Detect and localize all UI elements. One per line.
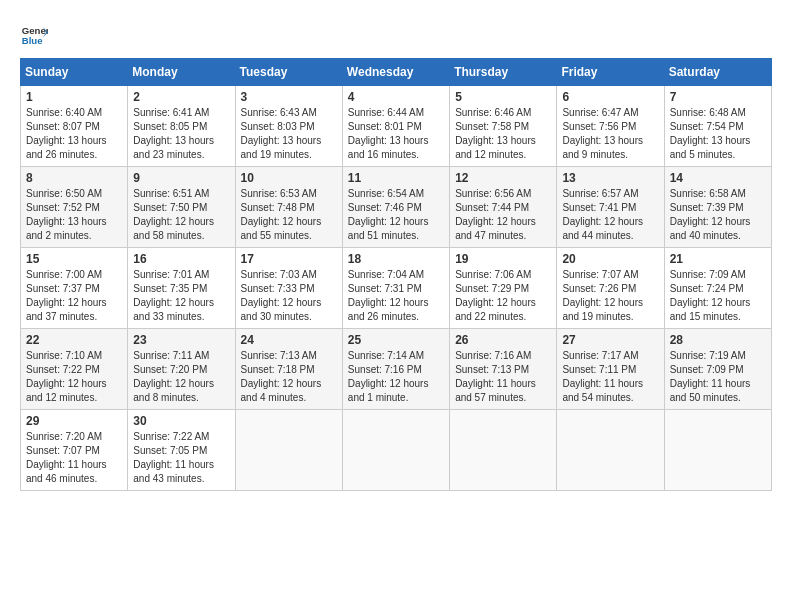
day-info: Sunrise: 6:41 AMSunset: 8:05 PMDaylight:… — [133, 106, 229, 162]
day-info: Sunrise: 7:16 AMSunset: 7:13 PMDaylight:… — [455, 349, 551, 405]
calendar-week-row: 22Sunrise: 7:10 AMSunset: 7:22 PMDayligh… — [21, 329, 772, 410]
logo: General Blue — [20, 20, 48, 48]
calendar-cell: 22Sunrise: 7:10 AMSunset: 7:22 PMDayligh… — [21, 329, 128, 410]
day-number: 24 — [241, 333, 337, 347]
calendar-cell: 9Sunrise: 6:51 AMSunset: 7:50 PMDaylight… — [128, 167, 235, 248]
day-number: 10 — [241, 171, 337, 185]
day-number: 28 — [670, 333, 766, 347]
day-number: 22 — [26, 333, 122, 347]
day-info: Sunrise: 7:14 AMSunset: 7:16 PMDaylight:… — [348, 349, 444, 405]
calendar-cell: 27Sunrise: 7:17 AMSunset: 7:11 PMDayligh… — [557, 329, 664, 410]
day-info: Sunrise: 6:57 AMSunset: 7:41 PMDaylight:… — [562, 187, 658, 243]
day-info: Sunrise: 6:43 AMSunset: 8:03 PMDaylight:… — [241, 106, 337, 162]
calendar-cell: 5Sunrise: 6:46 AMSunset: 7:58 PMDaylight… — [450, 86, 557, 167]
calendar-cell: 1Sunrise: 6:40 AMSunset: 8:07 PMDaylight… — [21, 86, 128, 167]
weekday-header: Thursday — [450, 59, 557, 86]
day-number: 27 — [562, 333, 658, 347]
calendar-cell: 2Sunrise: 6:41 AMSunset: 8:05 PMDaylight… — [128, 86, 235, 167]
calendar-cell: 13Sunrise: 6:57 AMSunset: 7:41 PMDayligh… — [557, 167, 664, 248]
weekday-header: Sunday — [21, 59, 128, 86]
weekday-header: Monday — [128, 59, 235, 86]
day-number: 17 — [241, 252, 337, 266]
day-info: Sunrise: 7:11 AMSunset: 7:20 PMDaylight:… — [133, 349, 229, 405]
calendar-cell: 30Sunrise: 7:22 AMSunset: 7:05 PMDayligh… — [128, 410, 235, 491]
calendar-cell: 3Sunrise: 6:43 AMSunset: 8:03 PMDaylight… — [235, 86, 342, 167]
day-info: Sunrise: 7:04 AMSunset: 7:31 PMDaylight:… — [348, 268, 444, 324]
calendar-cell: 14Sunrise: 6:58 AMSunset: 7:39 PMDayligh… — [664, 167, 771, 248]
day-info: Sunrise: 6:48 AMSunset: 7:54 PMDaylight:… — [670, 106, 766, 162]
day-info: Sunrise: 7:13 AMSunset: 7:18 PMDaylight:… — [241, 349, 337, 405]
day-number: 18 — [348, 252, 444, 266]
calendar-week-row: 15Sunrise: 7:00 AMSunset: 7:37 PMDayligh… — [21, 248, 772, 329]
day-number: 9 — [133, 171, 229, 185]
day-info: Sunrise: 6:53 AMSunset: 7:48 PMDaylight:… — [241, 187, 337, 243]
calendar-cell — [450, 410, 557, 491]
day-info: Sunrise: 6:56 AMSunset: 7:44 PMDaylight:… — [455, 187, 551, 243]
day-number: 19 — [455, 252, 551, 266]
calendar-cell: 8Sunrise: 6:50 AMSunset: 7:52 PMDaylight… — [21, 167, 128, 248]
day-number: 26 — [455, 333, 551, 347]
day-info: Sunrise: 7:20 AMSunset: 7:07 PMDaylight:… — [26, 430, 122, 486]
day-info: Sunrise: 7:07 AMSunset: 7:26 PMDaylight:… — [562, 268, 658, 324]
calendar-cell: 25Sunrise: 7:14 AMSunset: 7:16 PMDayligh… — [342, 329, 449, 410]
general-blue-logo-icon: General Blue — [20, 20, 48, 48]
day-info: Sunrise: 7:01 AMSunset: 7:35 PMDaylight:… — [133, 268, 229, 324]
calendar-week-row: 1Sunrise: 6:40 AMSunset: 8:07 PMDaylight… — [21, 86, 772, 167]
day-number: 21 — [670, 252, 766, 266]
calendar-cell — [235, 410, 342, 491]
day-info: Sunrise: 6:44 AMSunset: 8:01 PMDaylight:… — [348, 106, 444, 162]
day-number: 4 — [348, 90, 444, 104]
calendar-cell: 23Sunrise: 7:11 AMSunset: 7:20 PMDayligh… — [128, 329, 235, 410]
page-header: General Blue — [20, 20, 772, 48]
day-number: 11 — [348, 171, 444, 185]
weekday-header: Wednesday — [342, 59, 449, 86]
calendar-table: SundayMondayTuesdayWednesdayThursdayFrid… — [20, 58, 772, 491]
day-info: Sunrise: 7:00 AMSunset: 7:37 PMDaylight:… — [26, 268, 122, 324]
calendar-cell: 24Sunrise: 7:13 AMSunset: 7:18 PMDayligh… — [235, 329, 342, 410]
day-info: Sunrise: 6:50 AMSunset: 7:52 PMDaylight:… — [26, 187, 122, 243]
weekday-header: Friday — [557, 59, 664, 86]
day-info: Sunrise: 6:40 AMSunset: 8:07 PMDaylight:… — [26, 106, 122, 162]
day-info: Sunrise: 7:09 AMSunset: 7:24 PMDaylight:… — [670, 268, 766, 324]
day-info: Sunrise: 7:03 AMSunset: 7:33 PMDaylight:… — [241, 268, 337, 324]
day-number: 16 — [133, 252, 229, 266]
day-number: 1 — [26, 90, 122, 104]
calendar-cell: 21Sunrise: 7:09 AMSunset: 7:24 PMDayligh… — [664, 248, 771, 329]
day-number: 15 — [26, 252, 122, 266]
weekday-header-row: SundayMondayTuesdayWednesdayThursdayFrid… — [21, 59, 772, 86]
calendar-cell: 28Sunrise: 7:19 AMSunset: 7:09 PMDayligh… — [664, 329, 771, 410]
day-number: 5 — [455, 90, 551, 104]
calendar-cell: 18Sunrise: 7:04 AMSunset: 7:31 PMDayligh… — [342, 248, 449, 329]
day-number: 3 — [241, 90, 337, 104]
calendar-cell — [557, 410, 664, 491]
calendar-week-row: 8Sunrise: 6:50 AMSunset: 7:52 PMDaylight… — [21, 167, 772, 248]
day-number: 13 — [562, 171, 658, 185]
calendar-cell: 11Sunrise: 6:54 AMSunset: 7:46 PMDayligh… — [342, 167, 449, 248]
day-number: 8 — [26, 171, 122, 185]
day-number: 30 — [133, 414, 229, 428]
calendar-cell — [342, 410, 449, 491]
day-info: Sunrise: 6:58 AMSunset: 7:39 PMDaylight:… — [670, 187, 766, 243]
calendar-cell: 12Sunrise: 6:56 AMSunset: 7:44 PMDayligh… — [450, 167, 557, 248]
day-number: 20 — [562, 252, 658, 266]
calendar-cell: 16Sunrise: 7:01 AMSunset: 7:35 PMDayligh… — [128, 248, 235, 329]
calendar-cell: 17Sunrise: 7:03 AMSunset: 7:33 PMDayligh… — [235, 248, 342, 329]
calendar-cell: 20Sunrise: 7:07 AMSunset: 7:26 PMDayligh… — [557, 248, 664, 329]
day-info: Sunrise: 6:47 AMSunset: 7:56 PMDaylight:… — [562, 106, 658, 162]
day-info: Sunrise: 7:06 AMSunset: 7:29 PMDaylight:… — [455, 268, 551, 324]
weekday-header: Saturday — [664, 59, 771, 86]
day-number: 6 — [562, 90, 658, 104]
day-info: Sunrise: 7:17 AMSunset: 7:11 PMDaylight:… — [562, 349, 658, 405]
day-number: 7 — [670, 90, 766, 104]
calendar-cell: 6Sunrise: 6:47 AMSunset: 7:56 PMDaylight… — [557, 86, 664, 167]
svg-text:Blue: Blue — [22, 35, 43, 46]
calendar-cell: 7Sunrise: 6:48 AMSunset: 7:54 PMDaylight… — [664, 86, 771, 167]
calendar-cell: 29Sunrise: 7:20 AMSunset: 7:07 PMDayligh… — [21, 410, 128, 491]
day-number: 25 — [348, 333, 444, 347]
day-info: Sunrise: 6:51 AMSunset: 7:50 PMDaylight:… — [133, 187, 229, 243]
day-info: Sunrise: 7:10 AMSunset: 7:22 PMDaylight:… — [26, 349, 122, 405]
calendar-cell: 19Sunrise: 7:06 AMSunset: 7:29 PMDayligh… — [450, 248, 557, 329]
day-number: 23 — [133, 333, 229, 347]
day-number: 14 — [670, 171, 766, 185]
day-number: 2 — [133, 90, 229, 104]
